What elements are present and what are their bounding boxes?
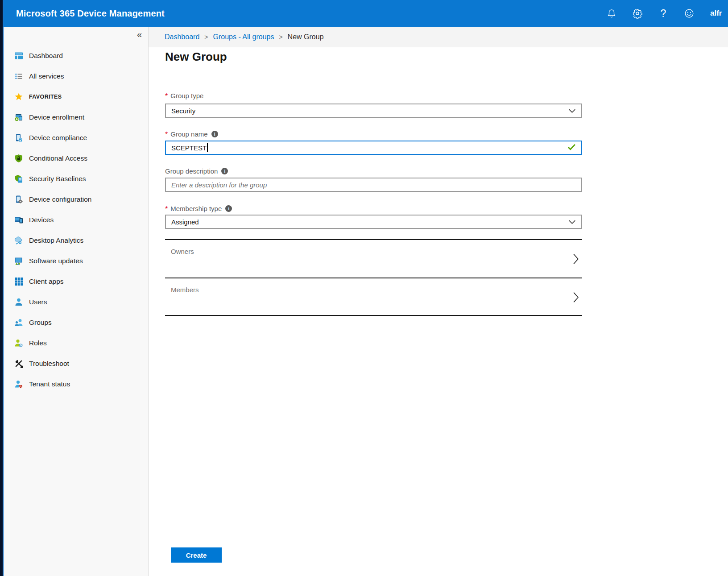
sidebar-item-device-compliance[interactable]: Device compliance (4, 128, 148, 148)
favorites-star-icon (14, 92, 23, 101)
valid-check-icon (567, 144, 576, 152)
breadcrumb-link-dashboard[interactable]: Dashboard (165, 33, 199, 41)
breadcrumb-separator: > (204, 33, 208, 41)
membership-type-select[interactable]: Assigned (165, 215, 582, 229)
roles-icon (14, 339, 23, 348)
sidebar-item-roles[interactable]: Roles (4, 333, 148, 353)
troubleshoot-icon (14, 359, 23, 368)
blade-footer: Create (149, 528, 728, 576)
sidebar-item-desktop-analytics[interactable]: Desktop Analytics (4, 230, 148, 251)
signed-in-user[interactable]: alfr (710, 0, 722, 27)
window-edge-accent (3, 0, 4, 576)
sidebar-item-label: Device enrollment (29, 113, 84, 121)
sidebar-item-device-enrollment[interactable]: Device enrollment (4, 107, 148, 128)
group-description-label: Group description i (165, 166, 228, 175)
page-title: New Group (165, 50, 227, 64)
client-apps-icon (14, 277, 23, 286)
text-cursor (207, 143, 208, 152)
owners-row[interactable]: Owners (165, 239, 582, 278)
groups-icon (14, 318, 23, 327)
info-icon[interactable]: i (221, 168, 228, 174)
sidebar-item-device-configuration[interactable]: Device configuration (4, 189, 148, 210)
divider (4, 97, 13, 97)
sidebar-item-dashboard[interactable]: Dashboard (4, 46, 148, 66)
sidebar-item-users[interactable]: Users (4, 292, 148, 312)
group-description-input[interactable]: Enter a description for the group (165, 178, 582, 192)
dashboard-icon (14, 51, 23, 60)
breadcrumb-current: New Group (288, 33, 324, 41)
device-enrollment-icon (14, 113, 23, 122)
users-icon (14, 298, 23, 307)
top-header-bar: Microsoft 365 Device Management ? alfr (3, 0, 728, 27)
sidebar-item-label: Dashboard (29, 52, 63, 60)
members-row[interactable]: Members (165, 278, 582, 316)
sidebar-item-label: Client apps (29, 278, 64, 286)
software-updates-icon (14, 257, 23, 265)
owners-label: Owners (171, 248, 194, 255)
sidebar-item-label: Roles (29, 339, 47, 347)
sidebar-item-label: Users (29, 298, 47, 306)
conditional-access-icon (14, 154, 23, 163)
device-compliance-icon (14, 133, 23, 142)
chevron-right-icon (573, 253, 579, 267)
info-icon[interactable]: i (211, 131, 218, 137)
sidebar-item-label: Desktop Analytics (29, 236, 83, 244)
breadcrumb-link-groups-all-groups[interactable]: Groups - All groups (213, 33, 274, 41)
sidebar-item-conditional-access[interactable]: Conditional Access (4, 148, 148, 169)
sidebar-item-label: Tenant status (29, 380, 70, 388)
membership-type-label: * Membership type i (165, 204, 232, 213)
sidebar: « Dashboard All services FAVORITES Devic… (4, 27, 149, 576)
sidebar-item-all-services[interactable]: All services (4, 66, 148, 87)
tenant-status-icon (14, 380, 23, 389)
window-edge-strip (0, 0, 3, 576)
chevron-down-icon (568, 218, 576, 226)
label-text: Group type (170, 92, 203, 99)
sidebar-item-label: Groups (29, 319, 52, 327)
sidebar-item-tenant-status[interactable]: Tenant status (4, 374, 148, 394)
new-group-blade: New Group * Group type Security * Group … (149, 47, 728, 576)
sidebar-item-label: All services (29, 72, 64, 80)
security-baselines-icon (14, 174, 23, 183)
sidebar-item-label: Devices (29, 216, 54, 224)
sidebar-item-label: Software updates (29, 257, 83, 265)
membership-type-value: Assigned (171, 218, 199, 226)
sidebar-item-troubleshoot[interactable]: Troubleshoot (4, 353, 148, 374)
group-name-label: * Group name i (165, 129, 218, 138)
settings-gear-icon[interactable] (632, 8, 643, 19)
group-name-input[interactable]: SCEPTEST (165, 141, 582, 155)
help-icon[interactable]: ? (658, 8, 669, 19)
devices-icon (14, 215, 23, 224)
members-label: Members (171, 286, 199, 294)
group-type-label: * Group type (165, 91, 203, 100)
group-description-placeholder: Enter a description for the group (171, 181, 267, 189)
sidebar-item-label: Conditional Access (29, 154, 87, 162)
group-type-value: Security (171, 107, 195, 115)
breadcrumb: Dashboard>Groups - All groups>New Group (149, 27, 728, 47)
label-text: Group name (170, 130, 207, 138)
create-button[interactable]: Create (171, 547, 222, 563)
required-asterisk: * (165, 92, 168, 100)
breadcrumb-separator: > (279, 33, 282, 41)
all-services-icon (14, 72, 23, 81)
device-configuration-icon (14, 195, 23, 204)
notifications-bell-icon[interactable] (606, 8, 617, 19)
sidebar-item-client-apps[interactable]: Client apps (4, 271, 148, 292)
sidebar-item-security-baselines[interactable]: Security Baselines (4, 169, 148, 189)
chevron-down-icon (568, 107, 576, 115)
sidebar-item-label: Troubleshoot (29, 360, 69, 368)
required-asterisk: * (165, 205, 168, 213)
divider (67, 97, 146, 97)
group-type-select[interactable]: Security (165, 104, 582, 118)
app-title: Microsoft 365 Device Management (16, 0, 165, 27)
sidebar-item-software-updates[interactable]: Software updates (4, 251, 148, 271)
sidebar-collapse-button[interactable]: « (137, 29, 142, 40)
sidebar-item-groups[interactable]: Groups (4, 312, 148, 333)
favorites-label: FAVORITES (29, 94, 62, 100)
sidebar-item-devices[interactable]: Devices (4, 210, 148, 230)
sidebar-item-label: Device compliance (29, 134, 87, 142)
chevron-right-icon (573, 291, 579, 305)
label-text: Membership type (170, 205, 222, 212)
required-asterisk: * (165, 131, 168, 139)
feedback-smiley-icon[interactable] (683, 8, 695, 19)
info-icon[interactable]: i (225, 205, 232, 212)
